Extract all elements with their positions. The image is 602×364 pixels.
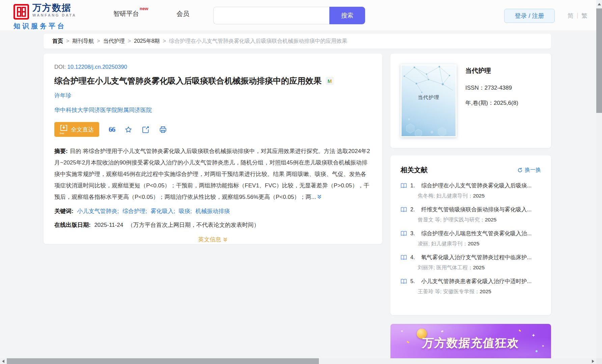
doi-label: DOI: bbox=[54, 64, 66, 70]
author-row: 许年珍 bbox=[54, 92, 372, 99]
related-item: 2. 纤维支气管镜吸痰联合振动排痰与雾化吸入... 曾显文 等; 护理实践与研究… bbox=[401, 206, 541, 223]
related-item-link[interactable]: 小儿支气管肺炎患者雾化吸入治疗中适时护... bbox=[421, 278, 531, 285]
doi-link[interactable]: 10.12208/j.cn.20250390 bbox=[67, 64, 127, 70]
brand-name-en: WANFANG DATA bbox=[32, 13, 76, 17]
journal-cover-title: 当代护理 bbox=[402, 94, 456, 101]
refresh-related-button[interactable]: 换一换 bbox=[517, 166, 541, 174]
related-item-link[interactable]: 氧气雾化吸入治疗支气管肺炎过程中临床护... bbox=[421, 254, 531, 261]
refresh-icon bbox=[517, 168, 523, 173]
keyword-link[interactable]: 吸痰 bbox=[179, 208, 190, 214]
breadcrumb-journal[interactable]: 当代护理 bbox=[103, 38, 125, 45]
horizontal-scrollbar-thumb[interactable] bbox=[7, 358, 319, 364]
publish-date-note: （万方平台首次上网日期，不代表论文的发表时间） bbox=[128, 222, 259, 228]
lang-traditional[interactable]: 繁 bbox=[581, 12, 587, 20]
article-card: DOI: 10.12208/j.cn.20250390 综合护理在小儿支气管肺炎… bbox=[44, 54, 382, 244]
scroll-up-arrow[interactable] bbox=[598, 3, 601, 5]
share-export-icon[interactable] bbox=[142, 126, 149, 133]
article-title: 综合护理在小儿支气管肺炎雾化吸入后吸痰联合机械振动排痰中的应用效果 bbox=[54, 75, 322, 86]
english-info-toggle[interactable]: 英文信息 bbox=[54, 236, 372, 243]
publish-date-value: 2025-11-24 bbox=[94, 222, 123, 228]
publish-date-label: 在线出版日期: bbox=[54, 222, 91, 228]
keyword-link[interactable]: 小儿支气管肺炎 bbox=[77, 208, 117, 214]
affiliation-row: 华中科技大学同济医学院附属同济医院 bbox=[54, 106, 372, 114]
breadcrumb-separator: > bbox=[97, 38, 100, 44]
abstract-text: 目的 将综合护理用于小儿支气管肺炎雾化吸入后吸痰联合机械振动排痰中，对其应用效果… bbox=[54, 148, 370, 200]
doi-row: DOI: 10.12208/j.cn.20250390 bbox=[54, 64, 372, 70]
book-icon bbox=[401, 231, 407, 236]
wanfang-logo-icon bbox=[13, 4, 29, 20]
journal-volume: 年,卷(期)：2025,6(8) bbox=[465, 99, 518, 107]
related-literature-card: 相关文献 换一换 1. 综合护理在小儿支气管肺炎雾化吸入后吸痰... 焦冬梅; … bbox=[390, 155, 551, 315]
breadcrumb-journal-nav[interactable]: 期刊导航 bbox=[72, 38, 94, 45]
fulltext-button[interactable]: free 全文直达 bbox=[54, 122, 99, 137]
recharge-promo-banner[interactable]: ✦ ✦ ✦ 万方数据充值狂欢 bbox=[390, 324, 551, 358]
breadcrumb-separator: > bbox=[128, 38, 131, 44]
nav-item-zhiyan[interactable]: 智研平台new bbox=[113, 9, 148, 18]
author-link[interactable]: 许年珍 bbox=[54, 92, 72, 99]
horizontal-scrollbar[interactable] bbox=[0, 358, 596, 364]
brand-name-cn: 万方数据 bbox=[32, 3, 76, 13]
language-switch: 简 | 繁 bbox=[568, 12, 587, 20]
sparkle-icon: ✦ bbox=[401, 329, 403, 333]
keywords-row: 关键词: 小儿支气管肺炎; 综合护理; 雾化吸入; 吸痰; 机械振动排痰 bbox=[54, 207, 372, 215]
site-logo[interactable]: 万方数据 WANFANG DATA 知识服务平台 bbox=[13, 3, 76, 31]
print-icon[interactable] bbox=[159, 126, 167, 133]
book-icon bbox=[401, 279, 407, 284]
keyword-link[interactable]: 综合护理 bbox=[122, 208, 145, 214]
lang-divider: | bbox=[577, 12, 578, 20]
affiliation-link[interactable]: 华中科技大学同济医学院附属同济医院 bbox=[54, 107, 152, 113]
expand-abstract-icon[interactable] bbox=[317, 192, 322, 203]
keywords-label: 关键词: bbox=[54, 208, 74, 214]
brand-tagline: 知识服务平台 bbox=[13, 22, 76, 31]
related-item: 4. 氧气雾化吸入治疗支气管肺炎过程中临床护... 刘丽萍; 医用气体工程；20… bbox=[401, 254, 541, 271]
book-icon bbox=[401, 183, 407, 188]
favorite-star-icon[interactable] bbox=[125, 126, 132, 133]
book-icon bbox=[401, 255, 407, 260]
citation-quote-icon[interactable]: 66 bbox=[109, 125, 115, 134]
journal-info-card: 当代护理 当代护理 ISSN：2732-4389 年,卷(期)：2025,6(8… bbox=[390, 54, 551, 148]
keyword-link[interactable]: 雾化吸入 bbox=[150, 208, 173, 214]
article-toolbar: free 全文直达 66 bbox=[54, 122, 372, 137]
search-button[interactable]: 搜索 bbox=[329, 7, 365, 24]
login-register-button[interactable]: 登录 / 注册 bbox=[504, 9, 555, 23]
vertical-scrollbar[interactable] bbox=[596, 0, 602, 358]
related-item: 5. 小儿支气管肺炎患者雾化吸入治疗中适时护... 王姜玲 等; 安徽医专学报；… bbox=[401, 278, 541, 295]
medline-badge-icon[interactable]: M bbox=[326, 77, 334, 85]
search-input[interactable] bbox=[213, 7, 329, 24]
related-item: 1. 综合护理在小儿支气管肺炎雾化吸入后吸痰... 焦冬梅; 妇儿健康导刊；20… bbox=[401, 182, 541, 200]
breadcrumb-separator: > bbox=[66, 38, 69, 44]
related-item: 3. 综合护理在小儿喘息性支气管炎雾化吸入治... 凌丽; 妇儿健康导刊；202… bbox=[401, 230, 541, 247]
abstract-label: 摘要: bbox=[54, 148, 68, 154]
scroll-left-arrow[interactable] bbox=[2, 360, 4, 363]
wanfang-article-page: 万方数据 WANFANG DATA 知识服务平台 智研平台new 会员 搜索 登… bbox=[0, 0, 602, 364]
banner-text: 万方数据充值狂欢 bbox=[390, 335, 551, 351]
related-item-link[interactable]: 纤维支气管镜吸痰联合振动排痰与雾化吸入... bbox=[421, 206, 531, 213]
journal-name[interactable]: 当代护理 bbox=[465, 66, 518, 75]
breadcrumb-home[interactable]: 首页 bbox=[52, 38, 63, 45]
breadcrumb-issue[interactable]: 2025年8期 bbox=[134, 38, 160, 45]
breadcrumb-current-article: 综合护理在小儿支气管肺炎雾化吸入后吸痰联合机械振动排痰中的应用效果 bbox=[169, 38, 347, 45]
nav-item-member[interactable]: 会员 bbox=[176, 9, 189, 18]
scroll-right-arrow[interactable] bbox=[592, 360, 594, 363]
book-icon bbox=[401, 207, 407, 212]
publish-date-row: 在线出版日期: 2025-11-24 （万方平台首次上网日期，不代表论文的发表时… bbox=[54, 221, 372, 229]
journal-cover[interactable]: 当代护理 bbox=[401, 64, 457, 137]
cover-hex-pattern bbox=[402, 113, 456, 136]
keyword-link[interactable]: 机械振动排痰 bbox=[195, 208, 230, 214]
related-item-link[interactable]: 综合护理在小儿喘息性支气管炎雾化吸入治... bbox=[421, 230, 531, 237]
download-free-icon: free bbox=[60, 125, 68, 134]
site-header: 万方数据 WANFANG DATA 知识服务平台 智研平台new 会员 搜索 登… bbox=[0, 0, 602, 30]
journal-issn: ISSN：2732-4389 bbox=[465, 84, 518, 92]
scrollbar-corner bbox=[596, 358, 602, 364]
lang-simplified[interactable]: 简 bbox=[568, 12, 574, 20]
related-item-link[interactable]: 综合护理在小儿支气管肺炎雾化吸入后吸痰... bbox=[421, 182, 531, 189]
search-bar: 搜索 bbox=[213, 7, 365, 24]
vertical-scrollbar-thumb[interactable] bbox=[596, 8, 602, 113]
related-title: 相关文献 bbox=[401, 165, 428, 175]
new-badge: new bbox=[140, 6, 148, 11]
breadcrumb: 首页 > 期刊导航 > 当代护理 > 2025年8期 > 综合护理在小儿支气管肺… bbox=[44, 34, 551, 49]
chevron-double-down-icon bbox=[223, 237, 228, 242]
breadcrumb-separator: > bbox=[163, 38, 166, 44]
abstract: 摘要:目的 将综合护理用于小儿支气管肺炎雾化吸入后吸痰联合机械振动排痰中，对其应… bbox=[54, 146, 372, 203]
